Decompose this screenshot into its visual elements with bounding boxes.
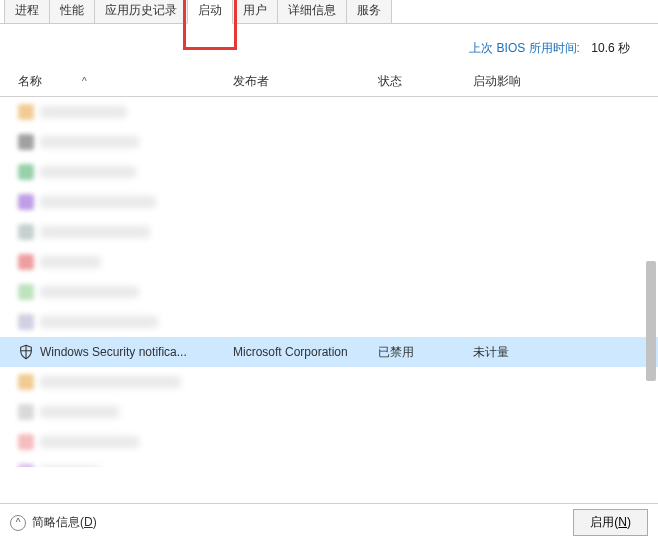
table-row[interactable] [0,397,658,427]
bios-label: 上次 BIOS 所用时间: [469,41,580,55]
blurred-name [40,136,139,148]
table-row[interactable] [0,277,658,307]
chevron-up-icon: ^ [10,515,26,531]
app-name: Windows Security notifica... [40,345,187,359]
app-icon [18,464,34,467]
footer-bar: ^ 简略信息(D) 启用(N) [0,503,658,541]
tabs-bar: 进程性能应用历史记录启动用户详细信息服务 [0,0,658,24]
blurred-name [40,106,127,118]
blurred-name [40,376,181,388]
app-status: 已禁用 [378,344,473,361]
blurred-name [40,256,101,268]
app-icon [18,284,34,300]
app-icon [18,224,34,240]
blurred-name [40,436,139,448]
column-headers: 名称 ^ 发布者 状态 启动影响 [0,67,658,97]
table-row[interactable] [0,187,658,217]
blurred-name [40,466,100,467]
table-row[interactable] [0,127,658,157]
col-header-publisher[interactable]: 发布者 [233,73,378,90]
tab-0[interactable]: 进程 [4,0,50,23]
blurred-name [40,406,119,418]
table-row[interactable] [0,97,658,127]
app-icon [18,104,34,120]
blurred-name [40,286,139,298]
table-row[interactable] [0,367,658,397]
tab-3[interactable]: 启动 [187,0,233,24]
table-row-selected[interactable]: Windows Security notifica...Microsoft Co… [0,337,658,367]
table-row[interactable] [0,427,658,457]
enable-button[interactable]: 启用(N) [573,509,648,536]
app-icon [18,194,34,210]
table-row[interactable] [0,457,658,467]
tab-5[interactable]: 详细信息 [277,0,347,23]
app-icon [18,314,34,330]
table-row[interactable] [0,157,658,187]
brief-info-label: 简略信息(D) [32,514,97,531]
col-header-name-label: 名称 [18,73,42,90]
scrollbar-thumb[interactable] [646,261,656,381]
app-icon [18,164,34,180]
brief-info-link[interactable]: ^ 简略信息(D) [10,514,97,531]
app-icon [18,434,34,450]
app-icon [18,134,34,150]
table-row[interactable] [0,247,658,277]
shield-icon [18,344,34,360]
bios-value: 10.6 秒 [591,41,630,55]
app-publisher: Microsoft Corporation [233,345,378,359]
blurred-name [40,166,136,178]
bios-time-line: 上次 BIOS 所用时间: 10.6 秒 [0,24,658,67]
app-impact: 未计量 [473,344,658,361]
table-row[interactable] [0,307,658,337]
col-header-status[interactable]: 状态 [378,73,473,90]
col-header-name[interactable]: 名称 ^ [18,73,233,90]
blurred-name [40,196,156,208]
tab-2[interactable]: 应用历史记录 [94,0,188,23]
tab-1[interactable]: 性能 [49,0,95,23]
tab-4[interactable]: 用户 [232,0,278,23]
sort-caret-icon: ^ [82,76,87,87]
blurred-name [40,226,150,238]
blurred-name [40,316,158,328]
app-icon [18,254,34,270]
app-icon [18,404,34,420]
col-header-impact[interactable]: 启动影响 [473,73,658,90]
app-icon [18,374,34,390]
startup-list[interactable]: Windows Security notifica...Microsoft Co… [0,97,658,467]
tab-6[interactable]: 服务 [346,0,392,23]
table-row[interactable] [0,217,658,247]
